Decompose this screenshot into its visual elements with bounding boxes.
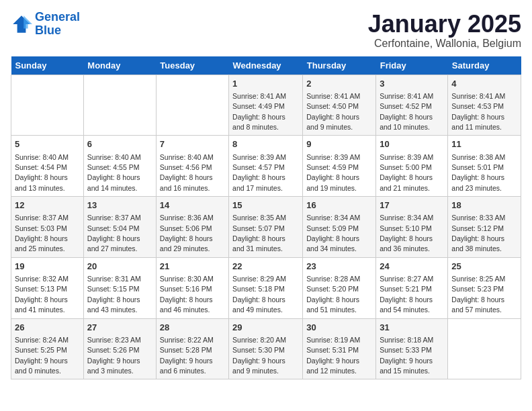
day-info: Sunrise: 8:39 AM Sunset: 5:00 PM Dayligh… — [380, 153, 433, 192]
day-info: Sunrise: 8:23 AM Sunset: 5:26 PM Dayligh… — [87, 336, 141, 375]
calendar-cell: 28Sunrise: 8:22 AM Sunset: 5:28 PM Dayli… — [156, 318, 228, 379]
calendar-cell: 8Sunrise: 8:39 AM Sunset: 4:57 PM Daylig… — [229, 136, 303, 197]
day-info: Sunrise: 8:41 AM Sunset: 4:49 PM Dayligh… — [232, 92, 286, 131]
day-number: 4 — [451, 78, 517, 90]
calendar-cell: 7Sunrise: 8:40 AM Sunset: 4:56 PM Daylig… — [156, 136, 228, 197]
day-info: Sunrise: 8:41 AM Sunset: 4:53 PM Dayligh… — [451, 92, 505, 131]
calendar-cell: 18Sunrise: 8:33 AM Sunset: 5:12 PM Dayli… — [448, 197, 521, 258]
logo-icon — [11, 13, 32, 35]
day-number: 3 — [380, 78, 444, 90]
calendar-cell: 5Sunrise: 8:40 AM Sunset: 4:54 PM Daylig… — [11, 136, 84, 197]
day-number: 23 — [306, 261, 372, 273]
calendar-cell — [448, 318, 521, 379]
day-info: Sunrise: 8:39 AM Sunset: 4:59 PM Dayligh… — [306, 153, 360, 192]
calendar-cell: 13Sunrise: 8:37 AM Sunset: 5:04 PM Dayli… — [83, 197, 156, 258]
weekday-header-tuesday: Tuesday — [156, 56, 228, 75]
calendar-cell: 23Sunrise: 8:28 AM Sunset: 5:20 PM Dayli… — [303, 257, 376, 318]
calendar-cell: 22Sunrise: 8:29 AM Sunset: 5:18 PM Dayli… — [229, 257, 303, 318]
calendar-cell: 19Sunrise: 8:32 AM Sunset: 5:13 PM Dayli… — [11, 257, 84, 318]
day-info: Sunrise: 8:27 AM Sunset: 5:21 PM Dayligh… — [380, 275, 433, 314]
day-info: Sunrise: 8:30 AM Sunset: 5:16 PM Dayligh… — [160, 275, 214, 314]
day-info: Sunrise: 8:40 AM Sunset: 4:56 PM Dayligh… — [160, 153, 214, 192]
day-number: 31 — [380, 322, 444, 334]
day-number: 11 — [451, 138, 517, 150]
month-title: January 2025 — [368, 11, 521, 38]
day-number: 6 — [87, 138, 152, 150]
day-number: 5 — [15, 138, 80, 150]
calendar-cell: 10Sunrise: 8:39 AM Sunset: 5:00 PM Dayli… — [376, 136, 448, 197]
calendar-cell: 3Sunrise: 8:41 AM Sunset: 4:52 PM Daylig… — [376, 75, 448, 136]
day-info: Sunrise: 8:36 AM Sunset: 5:06 PM Dayligh… — [160, 214, 214, 253]
calendar-cell: 1Sunrise: 8:41 AM Sunset: 4:49 PM Daylig… — [229, 75, 303, 136]
title-area: January 2025 Cerfontaine, Wallonia, Belg… — [368, 11, 521, 50]
week-row-3: 12Sunrise: 8:37 AM Sunset: 5:03 PM Dayli… — [11, 197, 521, 258]
day-number: 19 — [15, 261, 80, 273]
weekday-header-wednesday: Wednesday — [229, 56, 303, 75]
calendar-cell: 15Sunrise: 8:35 AM Sunset: 5:07 PM Dayli… — [229, 197, 303, 258]
day-number: 12 — [15, 199, 80, 212]
day-info: Sunrise: 8:20 AM Sunset: 5:30 PM Dayligh… — [232, 336, 286, 375]
calendar-cell: 27Sunrise: 8:23 AM Sunset: 5:26 PM Dayli… — [83, 318, 156, 379]
week-row-5: 26Sunrise: 8:24 AM Sunset: 5:25 PM Dayli… — [11, 318, 521, 379]
calendar-cell: 2Sunrise: 8:41 AM Sunset: 4:50 PM Daylig… — [303, 75, 376, 136]
calendar-cell — [11, 75, 84, 136]
calendar-cell: 4Sunrise: 8:41 AM Sunset: 4:53 PM Daylig… — [448, 75, 521, 136]
day-info: Sunrise: 8:32 AM Sunset: 5:13 PM Dayligh… — [15, 275, 69, 314]
logo: General Blue — [11, 11, 80, 38]
calendar-cell — [156, 75, 228, 136]
calendar-table: SundayMondayTuesdayWednesdayThursdayFrid… — [11, 56, 521, 380]
calendar-body: 1Sunrise: 8:41 AM Sunset: 4:49 PM Daylig… — [11, 75, 521, 379]
calendar-cell: 25Sunrise: 8:25 AM Sunset: 5:23 PM Dayli… — [448, 257, 521, 318]
day-number: 25 — [451, 261, 517, 273]
day-number: 28 — [160, 322, 225, 334]
day-info: Sunrise: 8:41 AM Sunset: 4:50 PM Dayligh… — [306, 92, 360, 131]
day-info: Sunrise: 8:19 AM Sunset: 5:31 PM Dayligh… — [306, 336, 360, 375]
day-number: 7 — [160, 138, 225, 150]
calendar-cell — [83, 75, 156, 136]
day-number: 2 — [306, 78, 372, 90]
logo-text: General Blue — [35, 11, 80, 38]
calendar-cell: 11Sunrise: 8:38 AM Sunset: 5:01 PM Dayli… — [448, 136, 521, 197]
calendar-cell: 14Sunrise: 8:36 AM Sunset: 5:06 PM Dayli… — [156, 197, 228, 258]
day-number: 13 — [87, 199, 152, 212]
weekday-header-thursday: Thursday — [303, 56, 376, 75]
day-number: 27 — [87, 322, 152, 334]
week-row-1: 1Sunrise: 8:41 AM Sunset: 4:49 PM Daylig… — [11, 75, 521, 136]
day-number: 17 — [380, 199, 444, 212]
day-info: Sunrise: 8:39 AM Sunset: 4:57 PM Dayligh… — [232, 153, 286, 192]
calendar-cell: 6Sunrise: 8:40 AM Sunset: 4:55 PM Daylig… — [83, 136, 156, 197]
day-number: 29 — [232, 322, 299, 334]
day-info: Sunrise: 8:33 AM Sunset: 5:12 PM Dayligh… — [451, 214, 505, 253]
day-number: 24 — [380, 261, 444, 273]
day-number: 20 — [87, 261, 152, 273]
day-number: 16 — [306, 199, 372, 212]
day-info: Sunrise: 8:40 AM Sunset: 4:54 PM Dayligh… — [15, 153, 69, 192]
day-info: Sunrise: 8:34 AM Sunset: 5:09 PM Dayligh… — [306, 214, 360, 253]
day-info: Sunrise: 8:41 AM Sunset: 4:52 PM Dayligh… — [380, 92, 433, 131]
calendar-cell: 31Sunrise: 8:18 AM Sunset: 5:33 PM Dayli… — [376, 318, 448, 379]
week-row-4: 19Sunrise: 8:32 AM Sunset: 5:13 PM Dayli… — [11, 257, 521, 318]
day-number: 10 — [380, 138, 444, 150]
day-info: Sunrise: 8:25 AM Sunset: 5:23 PM Dayligh… — [451, 275, 505, 314]
day-number: 26 — [15, 322, 80, 334]
day-number: 9 — [306, 138, 372, 150]
day-number: 21 — [160, 261, 225, 273]
day-number: 1 — [232, 78, 299, 90]
calendar-cell: 30Sunrise: 8:19 AM Sunset: 5:31 PM Dayli… — [303, 318, 376, 379]
weekday-header-saturday: Saturday — [448, 56, 521, 75]
day-info: Sunrise: 8:37 AM Sunset: 5:04 PM Dayligh… — [87, 214, 141, 253]
day-number: 22 — [232, 261, 299, 273]
svg-marker-1 — [24, 15, 32, 28]
calendar-cell: 16Sunrise: 8:34 AM Sunset: 5:09 PM Dayli… — [303, 197, 376, 258]
calendar-cell: 24Sunrise: 8:27 AM Sunset: 5:21 PM Dayli… — [376, 257, 448, 318]
day-info: Sunrise: 8:37 AM Sunset: 5:03 PM Dayligh… — [15, 214, 69, 253]
day-info: Sunrise: 8:31 AM Sunset: 5:15 PM Dayligh… — [87, 275, 141, 314]
day-number: 30 — [306, 322, 372, 334]
calendar-cell: 12Sunrise: 8:37 AM Sunset: 5:03 PM Dayli… — [11, 197, 84, 258]
calendar-cell: 20Sunrise: 8:31 AM Sunset: 5:15 PM Dayli… — [83, 257, 156, 318]
location-title: Cerfontaine, Wallonia, Belgium — [368, 38, 521, 50]
weekday-header-row: SundayMondayTuesdayWednesdayThursdayFrid… — [11, 56, 521, 75]
calendar-cell: 17Sunrise: 8:34 AM Sunset: 5:10 PM Dayli… — [376, 197, 448, 258]
calendar-cell: 26Sunrise: 8:24 AM Sunset: 5:25 PM Dayli… — [11, 318, 84, 379]
day-number: 14 — [160, 199, 225, 212]
